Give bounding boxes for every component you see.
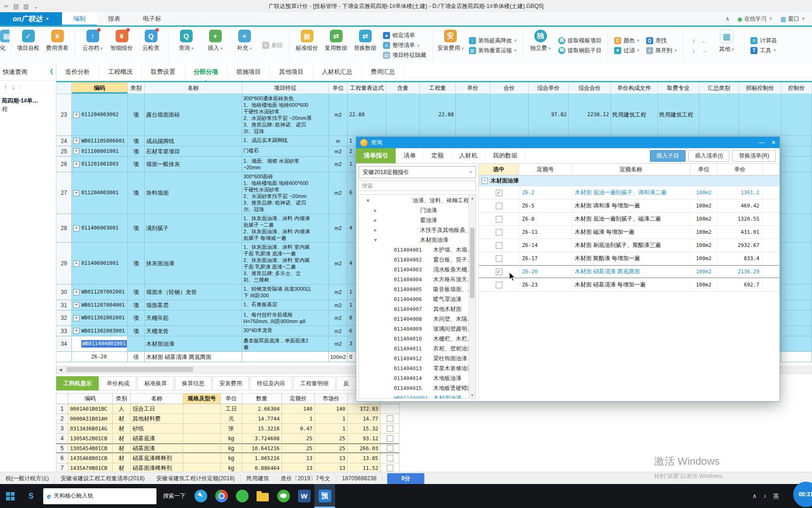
- tools-button[interactable]: T 工具▾: [750, 47, 777, 55]
- insert-button[interactable]: + 插入▾: [201, 27, 229, 64]
- find-button[interactable]: Q 查找: [646, 37, 677, 45]
- tree-node[interactable]: 011404011衣柜、壁柜油漆: [360, 344, 468, 354]
- expander-icon[interactable]: [386, 245, 391, 255]
- collapse-group-icon[interactable]: [482, 178, 488, 184]
- score-badge[interactable]: 0分: [387, 473, 424, 484]
- bottom-tab[interactable]: 工料机显示: [56, 376, 99, 390]
- select-checkbox[interactable]: [496, 282, 502, 288]
- wechat-button[interactable]: [273, 484, 294, 508]
- quota-group-row[interactable]: 木材面油漆: [479, 175, 780, 186]
- expand-icon[interactable]: [73, 261, 79, 267]
- resource-row[interactable]: 6 1435A68B01CB 材 硝基底漆稀释剂 kg 1.065216 13 …: [56, 453, 399, 463]
- tree-node[interactable]: ▸门油漆: [360, 206, 468, 215]
- expand-icon[interactable]: [73, 302, 79, 308]
- tree-node[interactable]: ▸窗油漆: [360, 215, 468, 225]
- content-tab[interactable]: 其他项目: [270, 63, 313, 81]
- scroll-up-icon[interactable]: ▲: [469, 195, 476, 201]
- browser-compass-button[interactable]: [190, 484, 211, 508]
- tree-node[interactable]: 011404007其他木材面: [360, 304, 468, 314]
- calculator-button[interactable]: = 计算器: [750, 37, 777, 45]
- expand-icon[interactable]: [73, 225, 79, 231]
- collapse-sidebar-icon[interactable]: 《: [47, 68, 53, 76]
- quota-row[interactable]: Z6-17 木材面 聚酯漆 每增加一遍 100m2 833.4: [479, 252, 780, 265]
- expander-icon[interactable]: [386, 334, 391, 344]
- tree-item[interactable]: 苑四期-1#单…: [2, 96, 54, 105]
- tree-node[interactable]: 011404006暖气罩油漆: [360, 294, 468, 304]
- expander-icon[interactable]: [386, 393, 391, 399]
- tree-node[interactable]: 011404001木护墙、木墙…: [360, 245, 468, 255]
- tree-item[interactable]: 程: [2, 105, 54, 113]
- quota-row[interactable]: Z6-11 木材面 磁漆 每增加一遍 100m2 431.01: [479, 226, 780, 239]
- word-button[interactable]: W: [294, 484, 314, 508]
- select-checkbox[interactable]: [496, 203, 502, 209]
- select-checkbox[interactable]: [496, 242, 502, 249]
- row-checkbox[interactable]: [387, 435, 393, 442]
- cloud-save-button[interactable]: ↑ 云存档▾: [78, 27, 107, 64]
- quota-guide-dropdown[interactable]: 安徽2018定额指引▾: [359, 166, 476, 178]
- tree-up-icon[interactable]: ↑: [4, 83, 7, 91]
- expand-icon[interactable]: [73, 328, 79, 334]
- expander-icon[interactable]: [386, 383, 391, 393]
- filter-button[interactable]: ▼ 过滤▾: [614, 47, 640, 55]
- lock-list-button[interactable]: ● 锁定清单: [383, 32, 426, 40]
- other-button[interactable]: ▦ 其他▾: [712, 27, 741, 64]
- expand-icon[interactable]: [73, 161, 79, 167]
- menu-tab[interactable]: 电子标: [132, 12, 172, 25]
- independent-fee-button[interactable]: 独 独立费▾: [526, 27, 554, 64]
- bottom-tab[interactable]: 工程量明细: [293, 376, 336, 390]
- delete-button[interactable]: × 删除: [262, 41, 283, 49]
- move-left-icon[interactable]: ←: [700, 37, 709, 45]
- select-checkbox[interactable]: [496, 269, 502, 275]
- project-selfcheck-button[interactable]: ✓ 项目自检: [14, 27, 42, 64]
- expander-icon[interactable]: ▸: [373, 215, 378, 225]
- expand-icon[interactable]: [73, 112, 79, 118]
- search-app-button[interactable]: S: [21, 484, 41, 508]
- resource-row[interactable]: 5 1305A54B01CB 材 硝基面漆 kg 10.641216 25 25…: [56, 444, 399, 453]
- table-row[interactable]: 23 011204003002 项 露台墙面面砖 300*600通体面砖灰色 1…: [56, 94, 812, 136]
- content-tab[interactable]: 人材机汇总: [313, 63, 362, 81]
- tree-node[interactable]: ▸木扶手及其他板条、线条油漆: [360, 225, 468, 235]
- tree-node[interactable]: 011404014木地板油漆: [360, 373, 468, 383]
- quota-row[interactable]: Z6-14 木材面 刷底油刮腻子、聚酯漆三遍 100m2 2932.67: [479, 239, 780, 252]
- ribbon-partial-button[interactable]: ▦ 化: [0, 27, 9, 64]
- tree-node[interactable]: 011404015木地板烫硬蜡面: [360, 383, 468, 393]
- dialog-action-button[interactable]: 替换清单(R): [732, 150, 776, 162]
- query-button[interactable]: Q 查询▾: [172, 27, 200, 64]
- dialog-tab[interactable]: 人材机: [452, 148, 485, 163]
- bottom-tab[interactable]: 反: [336, 376, 356, 390]
- dialog-tab[interactable]: 我的数据: [485, 148, 525, 163]
- row-checkbox[interactable]: [387, 445, 393, 452]
- move-down-icon[interactable]: ↓: [689, 47, 698, 54]
- tree-node[interactable]: ▾油漆、涂料、裱糊工程: [360, 196, 468, 206]
- resource-row[interactable]: 3 0313A36B01AG 材 砂纸 张 15.3216 0.47 1 15.…: [56, 424, 399, 434]
- dialog-action-button[interactable]: 插入清单(I): [688, 150, 729, 162]
- tray-icon[interactable]: ♪: [764, 492, 767, 500]
- online-learning-button[interactable]: ◉ 在线学习▼: [737, 15, 773, 23]
- expander-icon[interactable]: ▸: [373, 206, 378, 215]
- dialog-tab[interactable]: 定额: [424, 148, 452, 163]
- extract-template-button[interactable]: 模 提取模板项目: [558, 37, 601, 45]
- tray-icon[interactable]: 英: [773, 492, 779, 500]
- expander-icon[interactable]: [386, 314, 391, 324]
- tree-node[interactable]: 011404004木方格吊顶天…: [360, 275, 468, 285]
- supplement-button[interactable]: + 补充▾: [230, 27, 258, 64]
- glodon-app-button[interactable]: 预: [314, 484, 335, 508]
- fee-view-button[interactable]: ¥ 费用查看: [43, 27, 71, 64]
- tree-node[interactable]: 011404003清水板条天棚…: [360, 265, 468, 275]
- menu-tab[interactable]: 报表: [97, 12, 132, 25]
- tray-icon[interactable]: ∧: [752, 492, 757, 500]
- content-tab[interactable]: 取费设置: [142, 63, 185, 81]
- move-right-icon[interactable]: →: [700, 47, 709, 54]
- decoration-height-button[interactable]: ↕ 装饰超高降效▾: [469, 37, 517, 45]
- feature-hide-button[interactable]: ▤ 项目特征隐藏: [383, 51, 426, 59]
- tree-down-icon[interactable]: ↓: [12, 83, 15, 91]
- tidy-list-button[interactable]: ≡ 整理清单▾: [383, 41, 426, 49]
- expand-icon[interactable]: [73, 190, 79, 196]
- bottom-tab[interactable]: 标准换算: [137, 376, 174, 390]
- tree-node[interactable]: 011404008木间壁、木隔…: [360, 314, 468, 324]
- dialog-titlebar[interactable]: 查询 — ✕: [356, 137, 780, 148]
- bottom-tab[interactable]: 特征及内容: [250, 376, 292, 390]
- expander-icon[interactable]: [386, 324, 391, 334]
- app-logo[interactable]: on广联达▼: [0, 12, 62, 25]
- menu-tab[interactable]: 编制: [62, 12, 97, 25]
